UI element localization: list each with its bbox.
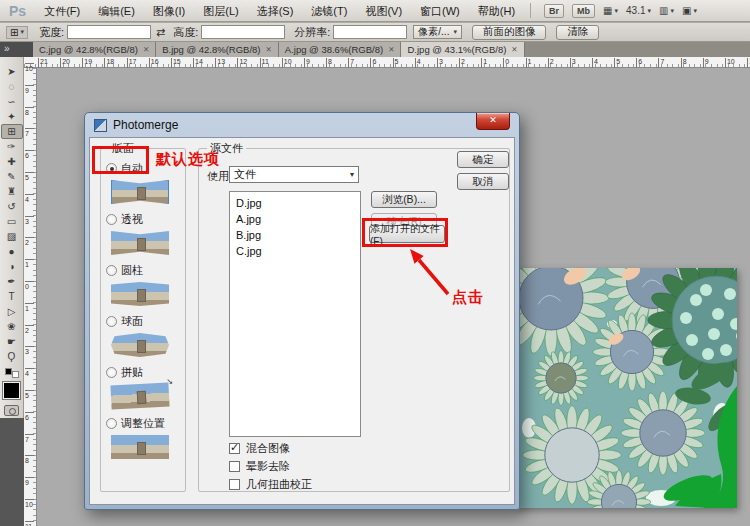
menu-filter[interactable]: 滤镜(T) xyxy=(302,0,356,22)
swap-dimensions-icon[interactable]: ⇄ xyxy=(156,26,165,39)
document-tab-2[interactable]: A.jpg @ 38.6%(RGB/8)✕ xyxy=(279,42,402,57)
close-icon[interactable]: ✕ xyxy=(511,45,517,54)
browse-button[interactable]: 浏览(B)... xyxy=(371,191,437,208)
photoshop-window: Ps 文件(F)编辑(E)图像(I)图层(L)选择(S)滤镜(T)视图(V)窗口… xyxy=(0,0,750,526)
panel-overflow-icon[interactable]: » xyxy=(0,42,33,57)
radio-auto[interactable] xyxy=(106,163,117,174)
menu-layer[interactable]: 图层(L) xyxy=(194,0,247,22)
photomerge-dialog: Photomerge ✕ 版面 自动透视圆柱球面拼贴调整位置 源文件 使用(U)… xyxy=(84,112,520,510)
sunflower-image[interactable] xyxy=(515,268,737,508)
layout-option-perspective[interactable]: 透视 xyxy=(106,212,185,227)
source-files-group: 源文件 使用(U): 文件 ▾ D.jpgA.jpgB.jpgC.jpg 浏览(… xyxy=(198,148,510,492)
chevron-down-icon: ▾ xyxy=(350,170,354,179)
document-tab-0[interactable]: C.jpg @ 42.8%(RGB/8)✕ xyxy=(33,42,156,57)
checkbox-row-2[interactable]: 几何扭曲校正 xyxy=(229,475,312,493)
menu-help[interactable]: 帮助(H) xyxy=(469,0,524,22)
menu-edit[interactable]: 编辑(E) xyxy=(89,0,144,22)
pen-tool[interactable]: ✒ xyxy=(1,274,23,289)
checkbox[interactable] xyxy=(229,443,240,454)
history-brush-tool[interactable]: ↺ xyxy=(1,199,23,214)
eyedropper-tool[interactable]: ✑ xyxy=(1,139,23,154)
menu-file[interactable]: 文件(F) xyxy=(35,0,89,22)
blur-tool[interactable]: ● xyxy=(1,244,23,259)
checkbox[interactable] xyxy=(229,461,240,472)
ruler-number: 1 xyxy=(25,259,34,268)
layout-option-collage[interactable]: 拼贴 xyxy=(106,365,185,380)
healing-brush-tool[interactable]: ✚ xyxy=(1,154,23,169)
tab-label: C.jpg @ 42.8%(RGB/8) xyxy=(39,44,138,55)
ruler-number: 13 xyxy=(215,58,225,68)
menu-window[interactable]: 窗口(W) xyxy=(411,0,469,22)
path-select-tool[interactable]: ▷ xyxy=(1,304,23,319)
lasso-tool[interactable]: ∽ xyxy=(1,94,23,109)
zoom-tool[interactable]: Ϙ xyxy=(1,349,23,364)
zoom-level-icon[interactable]: 43.1▾ xyxy=(626,5,651,16)
file-list-item[interactable]: B.jpg xyxy=(236,227,360,243)
eraser-tool[interactable]: ▭ xyxy=(1,214,23,229)
foreground-color-swatch[interactable] xyxy=(3,382,20,399)
layout-option-reposition[interactable]: 调整位置 xyxy=(106,416,185,431)
radio-sphere[interactable] xyxy=(106,316,117,327)
file-list-item[interactable]: A.jpg xyxy=(236,211,360,227)
menu-image[interactable]: 图像(I) xyxy=(144,0,194,22)
thumbnail-image xyxy=(110,382,169,409)
close-icon[interactable]: ✕ xyxy=(476,113,510,130)
type-tool[interactable]: T xyxy=(1,289,23,304)
close-icon[interactable]: ✕ xyxy=(388,45,394,54)
close-icon[interactable]: ✕ xyxy=(266,45,272,54)
arrange-documents-icon[interactable]: ▦▾ xyxy=(603,5,618,16)
document-tab-3[interactable]: D.jpg @ 43.1%(RGB/8)✕ xyxy=(401,42,524,57)
ok-button[interactable]: 确定 xyxy=(457,151,509,168)
add-open-files-button[interactable]: 添加打开的文件(F) xyxy=(369,225,445,243)
resolution-unit-select[interactable]: 像素/... ▾ xyxy=(413,25,462,39)
marquee-tool[interactable]: ◌ xyxy=(1,79,23,94)
document-tab-1[interactable]: B.jpg @ 42.8%(RGB/8)✕ xyxy=(156,42,279,57)
checkbox-row-0[interactable]: 混合图像 xyxy=(229,439,312,457)
gradient-tool[interactable]: ▨ xyxy=(1,229,23,244)
radio-reposition[interactable] xyxy=(106,418,117,429)
checkbox-label: 几何扭曲校正 xyxy=(246,477,312,492)
layout-option-sphere[interactable]: 球面 xyxy=(106,314,185,329)
resolution-input[interactable] xyxy=(333,25,407,39)
custom-shape-tool[interactable]: ❀ xyxy=(1,319,23,334)
ruler-number: 4 xyxy=(415,58,421,68)
crop-tool-preset-chip[interactable]: ⊞ ▾ xyxy=(6,26,28,39)
view-extras-icon[interactable]: ▥▾ xyxy=(659,5,674,16)
close-icon[interactable]: ✕ xyxy=(143,45,149,54)
use-select[interactable]: 文件 ▾ xyxy=(229,166,359,183)
cancel-button[interactable]: 取消 xyxy=(457,173,509,190)
dodge-tool[interactable]: ◑ xyxy=(1,259,23,274)
screen-mode-icon[interactable]: ▣▾ xyxy=(682,5,697,16)
checkbox[interactable] xyxy=(229,479,240,490)
source-file-list[interactable]: D.jpgA.jpgB.jpgC.jpg xyxy=(229,191,361,437)
clone-stamp-tool[interactable]: ♜ xyxy=(1,184,23,199)
move-tool[interactable]: ➤ xyxy=(1,64,23,79)
bridge-icon[interactable]: Br xyxy=(544,4,564,18)
hand-tool[interactable]: ☛ xyxy=(1,334,23,349)
crop-tool[interactable]: ⊞ xyxy=(1,124,23,139)
clear-button[interactable]: 清除 xyxy=(556,25,599,40)
radio-collage[interactable] xyxy=(106,367,117,378)
front-image-button[interactable]: 前面的图像 xyxy=(472,25,547,40)
options-bar: ⊞ ▾ 宽度: ⇄ 高度: 分辨率: 像素/... ▾ 前面的图像 清除 xyxy=(0,23,750,42)
radio-perspective[interactable] xyxy=(106,214,117,225)
brush-tool[interactable]: ✎ xyxy=(1,169,23,184)
layout-option-cylinder[interactable]: 圆柱 xyxy=(106,263,185,278)
height-input[interactable] xyxy=(201,25,285,39)
file-list-item[interactable]: C.jpg xyxy=(236,243,360,259)
checkbox-row-1[interactable]: 晕影去除 xyxy=(229,457,312,475)
quick-select-tool[interactable]: ✦ xyxy=(1,109,23,124)
tab-label: D.jpg @ 43.1%(RGB/8) xyxy=(407,44,506,55)
file-list-item[interactable]: D.jpg xyxy=(236,195,360,211)
mini-bridge-icon[interactable]: Mb xyxy=(572,4,595,18)
radio-cylinder[interactable] xyxy=(106,265,117,276)
default-colors-icon[interactable] xyxy=(5,368,19,378)
ruler-number: 10 xyxy=(25,63,34,72)
quick-mask-icon[interactable] xyxy=(4,405,19,416)
menu-select[interactable]: 选择(S) xyxy=(248,0,303,22)
ruler-number: 4 xyxy=(25,194,34,203)
layout-option-label: 圆柱 xyxy=(121,263,143,278)
menu-view[interactable]: 视图(V) xyxy=(356,0,411,22)
width-input[interactable] xyxy=(67,25,151,39)
dialog-title-bar[interactable]: Photomerge xyxy=(85,113,519,137)
